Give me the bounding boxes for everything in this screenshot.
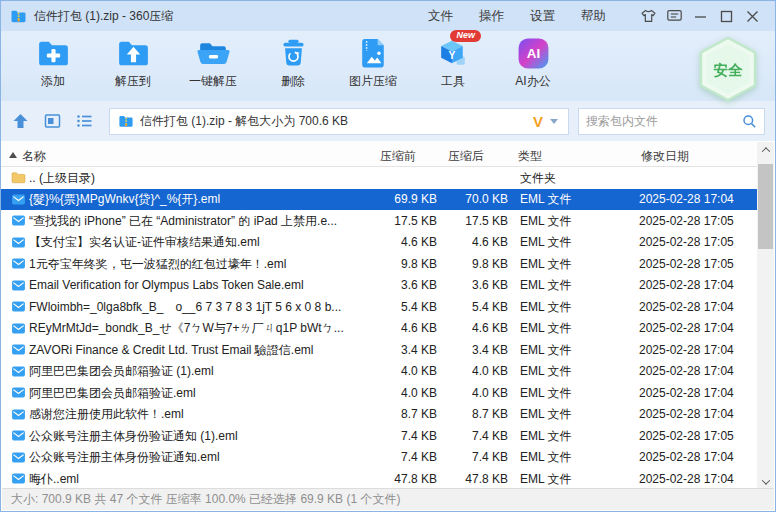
search-input[interactable] (586, 114, 742, 128)
file-date: 2025-02-28 17:05 (639, 257, 734, 271)
file-row[interactable]: 阿里巴巴集团会员邮箱验证.eml 4.0 KB 4.0 KB EML 文件 20… (1, 382, 758, 404)
eml-file-icon (11, 192, 26, 210)
vertical-scrollbar[interactable] (757, 142, 774, 490)
search-icon[interactable] (742, 114, 757, 129)
close-button[interactable] (739, 4, 765, 28)
column-header-size-after[interactable]: 压缩后 (448, 148, 484, 165)
file-row[interactable]: 晦仆..eml 47.8 KB 47.8 KB EML 文件 2025-02-2… (1, 468, 758, 489)
file-type: EML 文件 (520, 298, 572, 315)
file-row[interactable]: ZAVORi Finance & Credit Ltd. Trust Email… (1, 339, 758, 361)
image-compress-button[interactable]: 图片压缩 (333, 31, 413, 101)
file-row[interactable]: 公众账号注册主体身份验证通知.eml 7.4 KB 7.4 KB EML 文件 … (1, 447, 758, 469)
file-size-before: 3.6 KB (351, 278, 437, 292)
svg-text:Y: Y (448, 50, 455, 61)
file-date: 2025-02-28 17:04 (639, 321, 734, 335)
vip-v-label[interactable]: V (533, 113, 543, 130)
file-name: 阿里巴巴集团会员邮箱验证.eml (29, 384, 347, 401)
file-type: EML 文件 (520, 363, 572, 380)
file-date: 2025-02-28 17:04 (639, 343, 734, 357)
menu-action[interactable]: 操作 (466, 8, 517, 25)
scrollbar-thumb[interactable] (758, 164, 773, 249)
column-header-date[interactable]: 修改日期 (641, 148, 689, 165)
file-type: EML 文件 (520, 320, 572, 337)
file-size-before: 4.0 KB (351, 364, 437, 378)
file-name: 晦仆..eml (29, 470, 347, 487)
ai-office-button[interactable]: AI AI办公 (493, 31, 573, 101)
file-size-after: 4.6 KB (438, 321, 508, 335)
file-name: Email Verification for Olympus Labs Toke… (29, 278, 347, 292)
chevron-down-icon[interactable] (550, 119, 558, 128)
file-name: .. (上级目录) (29, 169, 347, 186)
file-date: 2025-02-28 17:04 (639, 300, 734, 314)
add-label: 添加 (41, 73, 65, 90)
file-row[interactable]: FWloimbh=_0lga8bfk_B_ o__6 7 3 7 8 3 1jT… (1, 296, 758, 318)
file-size-after: 70.0 KB (438, 192, 508, 206)
column-header-name[interactable]: 名称 (22, 148, 46, 165)
feedback-icon[interactable] (661, 4, 687, 28)
title-bar: 信件打包 (1).zip - 360压缩 文件 操作 设置 帮助 (1, 1, 775, 31)
delete-button[interactable]: 删除 (253, 31, 333, 101)
delete-label: 删除 (281, 73, 305, 90)
file-row[interactable]: 感谢您注册使用此软件！.eml 8.7 KB 8.7 KB EML 文件 202… (1, 404, 758, 426)
file-list: .. (上级目录) 文件夹 {髮}%{票}MPgWnkv{贷}^_%{开}.em… (1, 167, 758, 489)
file-date: 2025-02-28 17:04 (639, 472, 734, 486)
file-row[interactable]: 【支付宝】实名认证-证件审核结果通知.eml 4.6 KB 4.6 KB EML… (1, 232, 758, 254)
file-size-after: 47.8 KB (438, 472, 508, 486)
column-header-type[interactable]: 类型 (518, 148, 542, 165)
column-header-size-before[interactable]: 压缩前 (356, 148, 416, 165)
file-type: EML 文件 (520, 406, 572, 423)
ai-office-icon: AI (515, 35, 552, 72)
file-row[interactable]: REyMrMtJd=_bondk_B_せ《7ㄅW与7+ㄌ厂ㄐq1P bWtㄅ..… (1, 318, 758, 340)
preview-pane-icon[interactable] (43, 112, 62, 130)
security-shield-badge[interactable]: 安全 (699, 37, 757, 104)
file-size-after: 4.0 KB (438, 364, 508, 378)
file-type: EML 文件 (520, 191, 572, 208)
maximize-button[interactable] (713, 4, 739, 28)
add-button[interactable]: 添加 (13, 31, 93, 101)
extract-to-button[interactable]: 解压到 (93, 31, 173, 101)
file-type: EML 文件 (520, 255, 572, 272)
menu-help[interactable]: 帮助 (568, 8, 619, 25)
menu-file[interactable]: 文件 (415, 8, 466, 25)
svg-text:AI: AI (526, 46, 539, 61)
address-bar: 信件打包 (1).zip - 解包大小为 700.6 KB V (1, 101, 775, 141)
eml-file-icon (11, 235, 26, 253)
file-date: 2025-02-28 17:04 (639, 407, 734, 421)
eml-file-icon (11, 385, 26, 403)
minimize-button[interactable] (687, 4, 713, 28)
file-size-before: 7.4 KB (351, 450, 437, 464)
theme-shirt-icon[interactable] (635, 4, 661, 28)
file-row[interactable]: 公众账号注册主体身份验证通知 (1).eml 7.4 KB 7.4 KB EML… (1, 425, 758, 447)
eml-file-icon (11, 407, 26, 425)
file-size-before: 47.8 KB (351, 472, 437, 486)
search-box[interactable] (578, 108, 765, 135)
file-date: 2025-02-28 17:04 (639, 192, 734, 206)
tools-button[interactable]: New Y 工具 (413, 31, 493, 101)
file-date: 2025-02-28 17:04 (639, 278, 734, 292)
file-type: EML 文件 (520, 341, 572, 358)
archive-path-box[interactable]: 信件打包 (1).zip - 解包大小为 700.6 KB V (109, 108, 569, 135)
parent-dir-row[interactable]: .. (上级目录) 文件夹 (1, 167, 758, 189)
list-view-icon[interactable] (75, 112, 94, 130)
window-title: 信件打包 (1).zip - 360压缩 (34, 8, 173, 25)
ai-office-label: AI办公 (515, 73, 550, 90)
file-name: FWloimbh=_0lga8bfk_B_ o__6 7 3 7 8 3 1jT… (29, 298, 347, 315)
file-date: 2025-02-28 17:04 (639, 364, 734, 378)
file-size-after: 9.8 KB (438, 257, 508, 271)
file-row[interactable]: Email Verification for Olympus Labs Toke… (1, 275, 758, 297)
file-type: EML 文件 (520, 384, 572, 401)
up-level-icon[interactable] (11, 112, 30, 130)
file-date: 2025-02-28 17:05 (639, 429, 734, 443)
file-date: 2025-02-28 17:04 (639, 386, 734, 400)
scroll-up-icon[interactable] (757, 142, 774, 158)
eml-file-icon (11, 364, 26, 382)
file-type: EML 文件 (520, 234, 572, 251)
file-row[interactable]: {髮}%{票}MPgWnkv{贷}^_%{开}.eml 69.9 KB 70.0… (1, 189, 758, 211)
file-date: 2025-02-28 17:04 (639, 450, 734, 464)
file-row[interactable]: “查找我的 iPhone” 已在 “Administrator” 的 iPad … (1, 210, 758, 232)
file-row[interactable]: 1元夺宝年终奖，屯一波猛烈的红包过壕年！.eml 9.8 KB 9.8 KB E… (1, 253, 758, 275)
one-click-extract-button[interactable]: 一键解压 (173, 31, 253, 101)
eml-file-icon (11, 299, 26, 317)
file-row[interactable]: 阿里巴巴集团会员邮箱验证 (1).eml 4.0 KB 4.0 KB EML 文… (1, 361, 758, 383)
menu-settings[interactable]: 设置 (517, 8, 568, 25)
